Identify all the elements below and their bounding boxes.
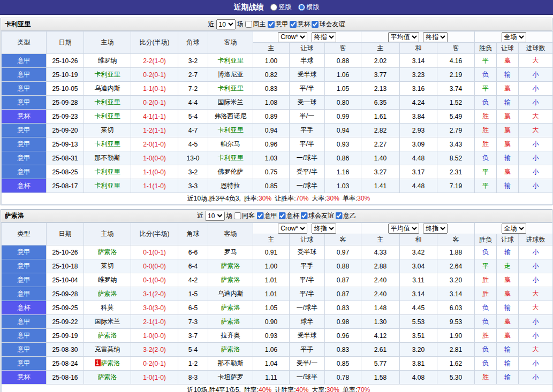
home-team-name: 卡利亚里	[95, 98, 120, 106]
odds-home: 1.06	[253, 343, 290, 357]
home-team-name: 卡利亚里	[95, 71, 120, 78]
home-team-name: 卡利亚里	[95, 182, 120, 189]
score: 2-0(1-0)	[131, 137, 178, 151]
result-goals: 小	[519, 96, 553, 110]
same-venue-option[interactable]: 同主	[245, 20, 266, 29]
result-goals: 小	[519, 329, 553, 343]
avg-away: 1.52	[437, 96, 475, 110]
avg-time-select[interactable]: 终指	[423, 32, 448, 42]
result-goals: 小	[519, 245, 553, 259]
away-team: 萨索洛	[208, 259, 253, 273]
avg-away: 4.16	[437, 54, 475, 68]
same-venue-option[interactable]: 同客	[234, 211, 255, 220]
result-handicap: 赢	[497, 315, 519, 329]
handicap: 受半球	[290, 245, 325, 259]
europe-odds-header: 平均值 终指	[361, 223, 475, 234]
result-wdl: 胜	[475, 371, 497, 385]
result-goals: 大	[519, 343, 553, 357]
scope-select[interactable]: 全场	[502, 32, 526, 42]
league-filter-checkbox[interactable]	[312, 21, 319, 28]
result-handicap: 输	[497, 301, 519, 315]
league-filter-checkbox[interactable]	[290, 21, 297, 28]
col-header-score: 比分(半场)	[131, 223, 178, 245]
layout-horizontal-option[interactable]: 横版	[298, 3, 320, 12]
avg-away: 2.81	[437, 343, 475, 357]
league-filter-option[interactable]: 球会友谊	[300, 211, 334, 220]
odds-company-select[interactable]: Crow*	[278, 32, 307, 42]
league-filter-checkbox[interactable]	[335, 212, 342, 219]
avg-odds-select[interactable]: 平均值	[388, 32, 419, 42]
avg-away: 8.52	[437, 151, 475, 165]
match-row: 意杯25-08-17卡利亚里1-1(1-0)3-3恩特拉0.85一/球半1.03…	[2, 179, 553, 193]
league-filter-option[interactable]: 意杯	[290, 20, 310, 29]
league-badge: 意甲	[2, 357, 47, 371]
layout-vertical-option[interactable]: 竖版	[270, 3, 292, 12]
recent-count-select[interactable]: 10	[216, 19, 236, 29]
avg-home: 2.61	[361, 343, 400, 357]
league-filter-option[interactable]: 球会友谊	[312, 20, 345, 29]
table-header-row: 类型 日期 主场 比分(半场) 角球 客场 Crow* 终指 平均值 终指	[2, 223, 553, 234]
same-venue-checkbox[interactable]	[245, 21, 252, 28]
league-filter-option[interactable]: 意甲	[256, 211, 277, 220]
avg-time-select[interactable]: 终指	[423, 224, 448, 234]
odds-time-select[interactable]: 终指	[312, 32, 336, 42]
odds-away: 0.99	[325, 110, 361, 124]
team-bar: 卡利亚里 近 10 场 同主 意甲意杯球会友谊	[1, 18, 552, 31]
odds-company-select[interactable]: Crow*	[278, 224, 307, 234]
league-filter-checkbox[interactable]	[278, 212, 285, 219]
result-handicap: 输	[497, 245, 519, 259]
avg-odds-select[interactable]: 平均值	[388, 224, 419, 234]
corners: 4-5	[178, 137, 208, 151]
matches-body: 意甲25-10-26维罗纳2-2(1-0)3-2卡利亚里1.00半球0.882.…	[2, 54, 553, 205]
away-team: 萨索洛	[208, 273, 253, 287]
result-wdl: 负	[475, 151, 497, 165]
league-filter-option[interactable]: 意杯	[278, 211, 299, 220]
summary-label: 胜率:	[244, 386, 259, 392]
league-filter-checkbox[interactable]	[256, 212, 263, 219]
away-team-name: 萨索洛	[221, 262, 240, 270]
away-team-name: 弗洛西诺尼	[215, 112, 247, 120]
near-label: 近	[208, 20, 215, 29]
avg-home: 1.61	[361, 110, 400, 124]
league-filter-option[interactable]: 意乙	[335, 211, 356, 220]
avg-home: 2.02	[361, 54, 400, 68]
filter-bar: 近 10 场 同客 意甲意杯球会友谊意乙	[197, 211, 356, 221]
score: 3-2(2-0)	[131, 343, 178, 357]
result-goals: 小	[519, 82, 553, 96]
corners: 1-5	[178, 287, 208, 301]
layout-vertical-radio[interactable]	[270, 4, 277, 11]
avg-draw: 3.20	[400, 343, 437, 357]
league-filter-checkbox[interactable]	[268, 21, 275, 28]
home-team: 卡利亚里	[84, 110, 131, 124]
odds-time-select[interactable]: 终指	[312, 224, 336, 234]
scope-select[interactable]: 全场	[502, 224, 526, 234]
match-date: 25-09-23	[47, 110, 84, 124]
score: 2-1(1-0)	[131, 315, 178, 329]
avg-draw: 3.81	[400, 357, 437, 371]
layout-horizontal-radio[interactable]	[298, 4, 305, 11]
odds-away: 0.96	[325, 329, 361, 343]
score: 1-0(0-0)	[131, 151, 178, 165]
match-date: 25-09-22	[47, 315, 84, 329]
home-team: 萨索洛	[84, 371, 131, 385]
home-team: 乌迪内斯	[84, 82, 131, 96]
avg-away: 1.90	[437, 329, 475, 343]
same-venue-checkbox[interactable]	[234, 212, 241, 219]
odds-home: 1.03	[253, 151, 290, 165]
home-team-name: 维罗纳	[98, 276, 117, 283]
recent-count-select[interactable]: 10	[205, 211, 224, 221]
subcol-result-goals: 进球数	[519, 234, 553, 245]
result-goals: 大	[519, 110, 553, 124]
handicap: 平手	[290, 259, 325, 273]
home-team: 维罗纳	[84, 54, 131, 68]
away-team-name: 卡利亚里	[218, 57, 244, 64]
league-filter-checkbox[interactable]	[300, 212, 307, 219]
league-badge: 意甲	[2, 54, 47, 68]
handicap: 受一球	[290, 96, 325, 110]
home-team-name: 那不勒斯	[95, 154, 120, 162]
match-row: 意甲25-10-19卡利亚里0-2(0-1)2-7博洛尼亚0.82受半球1.06…	[2, 68, 553, 82]
summary-cell: 近10场,胜4平1负5,胜率:40%让胜率:40%大率:30%单率:70%	[2, 385, 553, 392]
score: 0-2(0-1)	[131, 96, 178, 110]
league-filter-option[interactable]: 意甲	[268, 20, 289, 29]
match-date: 25-09-28	[47, 96, 84, 110]
